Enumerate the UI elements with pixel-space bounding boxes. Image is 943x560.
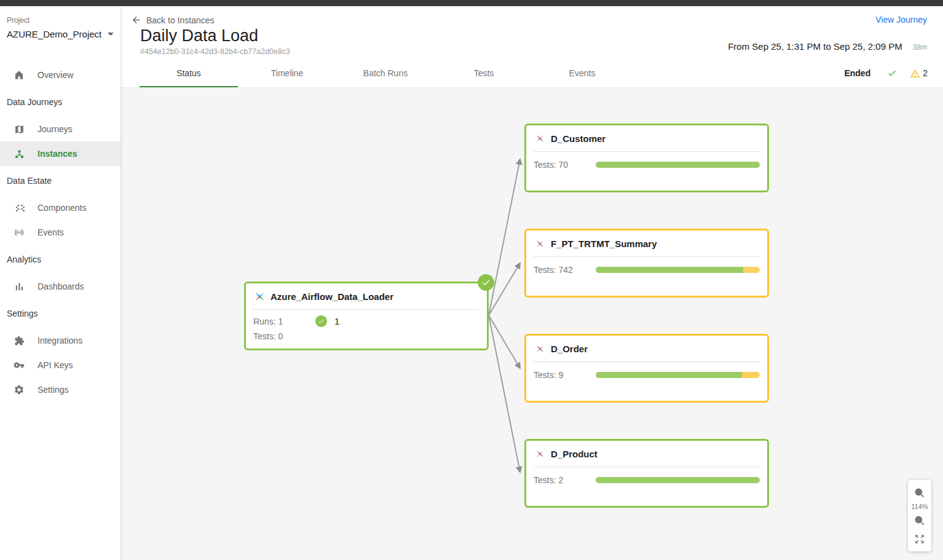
node-d-order[interactable]: D_Order Tests: 9: [524, 334, 769, 403]
key-icon: [14, 360, 25, 371]
sidebar-item-instances[interactable]: Instances: [0, 141, 120, 166]
project-name: AZURE_Demo_Project: [7, 29, 101, 39]
chevron-down-icon: [108, 33, 114, 36]
divider: [253, 309, 479, 310]
sidebar-section-data-estate: Data Estate: [0, 175, 120, 187]
tests-label: Tests: 2: [534, 475, 596, 485]
node-title: F_PT_TRTMT_Summary: [551, 239, 657, 249]
divider: [534, 256, 760, 257]
runs-success-count: 1: [334, 316, 339, 326]
date-range: From Sep 25, 1:31 PM to Sep 25, 2:09 PM3…: [728, 41, 927, 52]
zoom-in-icon[interactable]: [912, 486, 927, 500]
sidebar: Project AZURE_Demo_Project Overview Data…: [0, 6, 120, 560]
node-d-customer[interactable]: D_Customer Tests: 70: [524, 124, 769, 192]
node-d-product[interactable]: D_Product Tests: 2: [524, 439, 769, 508]
tab-tests[interactable]: Tests: [435, 59, 533, 87]
divider: [534, 361, 760, 362]
project-label: Project: [7, 16, 113, 25]
warning-count: 2: [923, 68, 928, 78]
hub-icon: [14, 148, 25, 159]
sidebar-item-events[interactable]: Events: [0, 220, 120, 245]
map-icon: [14, 124, 25, 135]
main-content: Back to Instances Daily Data Load #454e1…: [120, 6, 943, 560]
top-bar: [0, 0, 943, 6]
tab-status[interactable]: Status: [140, 59, 238, 87]
status-ended-label: Ended: [844, 68, 870, 78]
sidebar-item-dashboards[interactable]: Dashboards: [0, 274, 120, 299]
node-title: Azure_Airflow_Data_Loader: [270, 291, 393, 302]
puzzle-icon: [14, 335, 25, 346]
dataset-icon: [535, 344, 545, 354]
sidebar-section-data-journeys: Data Journeys: [0, 96, 120, 108]
tab-events[interactable]: Events: [533, 59, 631, 87]
node-f-pt-trtmt-summary[interactable]: F_PT_TRTMT_Summary Tests: 742: [524, 229, 769, 298]
tests-label: Tests: 742: [534, 265, 596, 275]
success-badge-icon: [478, 274, 494, 291]
tests-label: Tests: 0: [253, 331, 315, 341]
bar-chart-icon: [14, 281, 25, 292]
airflow-pinwheel-icon: [254, 291, 265, 302]
tests-label: Tests: 9: [534, 370, 596, 380]
sidebar-section-analytics: Analytics: [0, 253, 120, 266]
divider: [534, 151, 760, 152]
tab-timeline[interactable]: Timeline: [238, 59, 336, 87]
grain-dots-icon: [14, 202, 25, 213]
dataset-icon: [535, 239, 545, 249]
broadcast-icon: [14, 227, 25, 238]
project-selector[interactable]: AZURE_Demo_Project: [7, 29, 113, 39]
sidebar-item-api-keys[interactable]: API Keys: [0, 353, 120, 377]
view-journey-link[interactable]: View Journey: [728, 15, 927, 25]
tab-batch-runs[interactable]: Batch Runs: [336, 59, 435, 87]
dag-canvas[interactable]: Azure_Airflow_Data_Loader Runs: 1 1 Test…: [120, 88, 943, 560]
tests-progress-bar: [596, 477, 760, 483]
runs-label: Runs: 1: [253, 317, 315, 326]
gear-icon: [14, 384, 25, 395]
sidebar-item-settings[interactable]: Settings: [0, 377, 120, 402]
sidebar-item-overview[interactable]: Overview: [0, 63, 120, 87]
dataset-icon: [535, 133, 545, 144]
page-header: Back to Instances Daily Data Load #454e1…: [120, 6, 943, 59]
check-icon: [887, 68, 897, 78]
dataset-icon: [535, 449, 545, 459]
node-title: D_Customer: [551, 133, 606, 144]
sidebar-item-integrations[interactable]: Integrations: [0, 328, 120, 353]
zoom-level: 114%: [911, 503, 928, 510]
tests-progress-bar: [596, 162, 760, 168]
node-title: D_Order: [551, 344, 588, 354]
node-title: D_Product: [551, 449, 598, 459]
sidebar-item-journeys[interactable]: Journeys: [0, 117, 120, 141]
tab-bar: Status Timeline Batch Runs Tests Events …: [120, 59, 943, 88]
tests-progress-bar: [596, 267, 760, 273]
instance-status: Ended 2: [844, 59, 928, 87]
divider: [534, 467, 760, 467]
warning-triangle-icon: 2: [910, 68, 928, 79]
home-icon: [14, 69, 25, 81]
tests-progress-bar: [596, 372, 760, 378]
back-arrow-icon: [131, 15, 141, 25]
run-success-icon: [315, 315, 327, 327]
fullscreen-icon[interactable]: [912, 532, 927, 546]
zoom-out-icon[interactable]: [912, 513, 927, 528]
tests-label: Tests: 70: [534, 160, 596, 170]
sidebar-item-components[interactable]: Components: [0, 195, 120, 220]
duration: 38m: [913, 43, 927, 52]
sidebar-section-settings: Settings: [0, 307, 120, 320]
node-azure-airflow-data-loader[interactable]: Azure_Airflow_Data_Loader Runs: 1 1 Test…: [244, 282, 489, 350]
zoom-controls: 114%: [908, 480, 931, 551]
